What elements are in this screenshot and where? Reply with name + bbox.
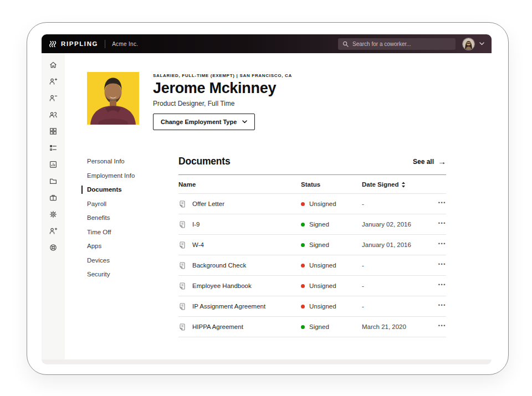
column-header-date-signed[interactable]: Date Signed [362,181,433,188]
document-icon [178,302,186,311]
add-teammate-icon[interactable] [49,76,58,86]
row-menu-kebab-icon[interactable]: ••• [433,221,446,228]
invite-person-icon[interactable] [49,226,58,235]
status-dot [301,284,305,288]
row-menu-kebab-icon[interactable]: ••• [433,262,446,269]
document-icon [178,323,186,331]
row-menu-kebab-icon[interactable]: ••• [433,241,446,249]
brand-name: RIPPLING [61,40,98,47]
status-dot [301,223,305,227]
table-header: Name Status Date Signed [178,175,446,194]
profile-subnav: Personal Info Employment Info Documents … [87,156,178,337]
search-placeholder: Search for a coworker... [352,41,411,47]
document-row[interactable]: HIPPA Agreement Signed March 21, 2020 ••… [178,317,446,337]
remove-teammate-icon[interactable] [49,93,58,102]
row-menu-kebab-icon[interactable]: ••• [433,323,446,331]
app-window: RIPPLING Acme Inc. Search for a coworker… [42,34,492,364]
document-icon [178,261,186,270]
document-row[interactable]: IP Assignment Agreement Unsigned - ••• [178,296,446,317]
help-icon[interactable] [49,243,58,252]
right-arrow-icon: → [438,159,446,164]
document-row[interactable]: W-4 Signed January 01, 2016 ••• [178,235,446,255]
documents-title: Documents [178,156,231,167]
change-employment-type-button[interactable]: Change Employment Type [153,114,255,130]
status-dot [301,264,305,268]
subnav-item-documents[interactable]: Documents [87,187,178,193]
document-icon [178,220,186,229]
chevron-down-icon [242,120,247,124]
status-dot [301,305,305,308]
column-header-name: Name [178,181,301,188]
rippling-logo[interactable]: RIPPLING [49,40,98,48]
company-name: Acme Inc. [112,41,138,47]
subnav-item-time-off[interactable]: Time Off [87,229,178,235]
subnav-item-apps[interactable]: Apps [87,243,178,249]
user-avatar[interactable] [463,38,474,50]
subnav-item-benefits[interactable]: Benefits [87,215,178,221]
sort-icon [401,182,406,188]
change-employment-type-label: Change Employment Type [161,119,237,125]
icon-rail [42,53,65,359]
search-icon [342,41,349,47]
see-all-link[interactable]: See all → [413,158,446,166]
subnav-item-payroll[interactable]: Payroll [87,201,178,207]
folder-icon[interactable] [49,176,58,186]
document-row[interactable]: Employee Handbook Unsigned - ••• [178,276,446,296]
document-icon [178,200,186,208]
document-row[interactable]: Offer Letter Unsigned - ••• [178,194,446,214]
row-menu-kebab-icon[interactable]: ••• [433,200,446,208]
chevron-down-icon [479,42,484,45]
status-dot [301,325,305,329]
top-bar: RIPPLING Acme Inc. Search for a coworker… [42,34,492,53]
row-menu-kebab-icon[interactable]: ••• [433,282,446,290]
employee-subtitle: Product Designer, Full Time [153,100,292,107]
company-briefcase-icon[interactable] [49,193,58,202]
subnav-item-personal-info[interactable]: Personal Info [87,158,178,164]
reports-icon[interactable] [49,160,58,169]
device-frame: RIPPLING Acme Inc. Search for a coworker… [27,22,509,375]
document-icon [178,241,186,249]
document-icon [178,282,186,290]
home-icon[interactable] [49,60,58,69]
rippling-mark-icon [49,40,57,48]
apps-grid-icon[interactable] [49,126,58,136]
subnav-item-security[interactable]: Security [87,271,178,277]
search-input[interactable]: Search for a coworker... [338,38,456,50]
column-header-status: Status [301,181,362,188]
employment-eyebrow: SALARIED, FULL-TIME (EXEMPT) | SAN FRANC… [153,72,292,78]
bottom-band [42,359,492,364]
content-area: SALARIED, FULL-TIME (EXEMPT) | SAN FRANC… [65,53,492,359]
topbar-divider [105,40,105,48]
row-menu-kebab-icon[interactable]: ••• [433,303,446,310]
document-row[interactable]: I-9 Signed January 02, 2016 ••• [178,214,446,235]
documents-section: Documents See all → Name Status Date Si [178,156,446,337]
employee-name: Jerome Mckinney [153,80,292,97]
settings-gear-icon[interactable] [49,209,58,219]
status-dot [301,243,305,247]
document-row[interactable]: Background Check Unsigned - ••• [178,255,446,276]
profile-header: SALARIED, FULL-TIME (EXEMPT) | SAN FRANC… [87,72,492,130]
profile-info: SALARIED, FULL-TIME (EXEMPT) | SAN FRANC… [153,72,292,130]
employee-photo [87,72,139,125]
status-dot [301,202,305,206]
subnav-item-devices[interactable]: Devices [87,258,178,264]
account-menu-chevron[interactable] [479,42,484,45]
team-icon[interactable] [49,110,58,119]
org-chart-icon[interactable] [49,143,58,152]
subnav-item-employment-info[interactable]: Employment Info [87,173,178,179]
